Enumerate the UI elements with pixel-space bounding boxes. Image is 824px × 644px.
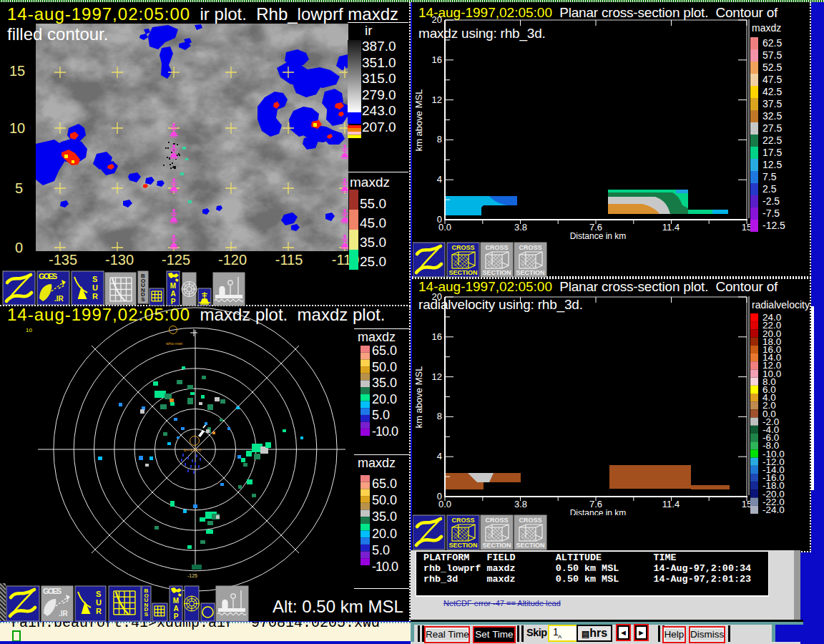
svg-text:Distance in km: Distance in km: [570, 508, 627, 515]
svg-text:CROSS: CROSS: [451, 244, 474, 251]
svg-text:M: M: [170, 282, 176, 290]
svg-text:who-met: who-met: [165, 341, 182, 346]
svg-text:57.5: 57.5: [762, 49, 782, 61]
svg-text:b>-125-0: b>-125-0: [184, 448, 202, 452]
svg-text:km above MSL: km above MSL: [413, 89, 424, 152]
svg-text:S: S: [92, 275, 97, 283]
svg-text:0.0: 0.0: [438, 499, 451, 509]
svg-text:42.5: 42.5: [762, 86, 782, 97]
svg-text:maxdz: maxdz: [752, 22, 781, 34]
svg-text:S: S: [144, 611, 149, 618]
svg-text:SECTION: SECTION: [516, 269, 544, 276]
svg-text:CROSS: CROSS: [485, 244, 508, 251]
svg-text:M: M: [173, 597, 179, 605]
svg-text:12: 12: [432, 94, 442, 105]
svg-text:20: 20: [432, 14, 442, 25]
svg-text:62.5: 62.5: [762, 37, 782, 49]
svg-text:8: 8: [437, 411, 442, 421]
svg-text:U: U: [92, 283, 98, 292]
svg-text:A: A: [173, 605, 178, 613]
svg-text:-7.5: -7.5: [762, 208, 780, 219]
svg-text:GOES: GOES: [39, 272, 57, 280]
svg-text:SECTION: SECTION: [482, 269, 511, 276]
svg-text:12.5: 12.5: [762, 159, 782, 170]
svg-text:A: A: [170, 290, 175, 298]
svg-text:2.5: 2.5: [762, 183, 777, 195]
svg-text:-12.5: -12.5: [762, 220, 785, 231]
svg-text:SECTION: SECTION: [448, 269, 477, 276]
svg-text:12: 12: [432, 371, 442, 382]
svg-text:GOES: GOES: [43, 587, 62, 595]
svg-text:-2.5: -2.5: [762, 195, 780, 207]
svg-text:km above MSL: km above MSL: [413, 366, 424, 429]
svg-text:22.5: 22.5: [762, 135, 782, 146]
svg-text:S: S: [96, 590, 101, 598]
svg-text:4: 4: [437, 174, 442, 185]
svg-text:-125: -125: [187, 573, 197, 578]
svg-text:17.5: 17.5: [762, 147, 782, 158]
svg-text:7.5: 7.5: [762, 171, 777, 182]
svg-text:R: R: [96, 607, 102, 615]
svg-text:32.5: 32.5: [762, 110, 782, 122]
svg-text:-24.0: -24.0: [762, 504, 785, 515]
svg-text:.IR: .IR: [54, 295, 64, 303]
svg-text:4: 4: [437, 451, 442, 462]
svg-text:8: 8: [437, 134, 442, 145]
svg-text:SECTION: SECTION: [516, 542, 544, 549]
svg-text:CROSS: CROSS: [451, 517, 474, 524]
svg-text:CROSS: CROSS: [485, 517, 508, 524]
svg-text:CROSS: CROSS: [519, 244, 541, 251]
svg-text:S: S: [141, 296, 145, 303]
svg-text:R: R: [92, 292, 98, 301]
svg-text:SECTION: SECTION: [448, 542, 477, 549]
svg-text:.IR: .IR: [59, 610, 69, 618]
svg-text:11.4: 11.4: [662, 499, 680, 509]
svg-text:11.4: 11.4: [662, 222, 680, 233]
svg-text:3.8: 3.8: [514, 499, 527, 509]
svg-text:CROSS: CROSS: [519, 517, 541, 524]
svg-text:SECTION: SECTION: [482, 542, 511, 549]
svg-text:52.5: 52.5: [762, 62, 782, 73]
svg-text:radialvelocity: radialvelocity: [752, 299, 810, 311]
svg-text:37.5: 37.5: [762, 98, 782, 109]
svg-text:10: 10: [26, 327, 32, 333]
svg-text:0.0: 0.0: [438, 222, 451, 233]
svg-text:P: P: [174, 613, 179, 620]
svg-text:27.5: 27.5: [762, 122, 782, 134]
svg-text:47.5: 47.5: [762, 74, 782, 85]
svg-text:3.8: 3.8: [514, 222, 527, 233]
svg-text:16: 16: [432, 331, 442, 342]
svg-text:16: 16: [432, 54, 442, 65]
svg-text:Distance in km: Distance in km: [570, 231, 627, 241]
svg-text:U: U: [96, 598, 102, 607]
